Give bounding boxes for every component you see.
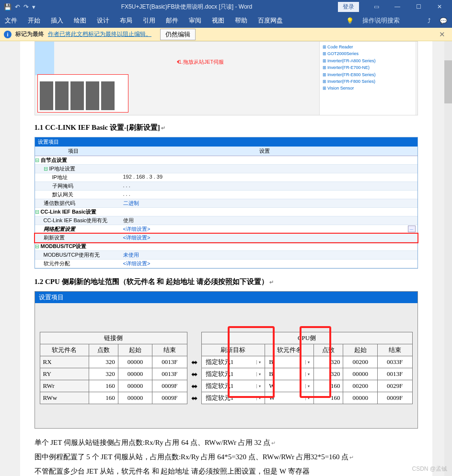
embedded-screenshot-network-config: 1.拖放从站JET伺服 ⊞ Code Reader ⊞ GOT2000Serie… <box>35 41 418 115</box>
dropdown-cell[interactable]: 指定软元1▾ <box>201 380 265 392</box>
undo-icon[interactable]: ↶ <box>15 3 20 11</box>
tab-mailings[interactable]: 邮件 <box>166 16 178 25</box>
dropdown-cell[interactable]: W▾ <box>265 380 314 392</box>
ribbon-display-icon[interactable]: ▭ <box>366 0 387 13</box>
list-item: ⊞ Code Reader <box>323 44 412 50</box>
station-thumbnails <box>37 74 128 113</box>
scrollbar-thumb[interactable] <box>444 60 452 103</box>
minimize-icon[interactable]: — <box>387 0 408 13</box>
page: 1.拖放从站JET伺服 ⊞ Code Reader ⊞ GOT2000Serie… <box>20 41 432 476</box>
list-item: ⊞ Inverter(FR-F800 Series) <box>323 78 412 85</box>
heading-1-1: 1.1 CC-LINK IEF Basic 设置-[刷新设置] <box>35 123 418 132</box>
tab-draw[interactable]: 绘图 <box>74 16 86 25</box>
qat-dropdown-icon[interactable]: ▾ <box>32 3 35 11</box>
cfg1-row: 默认网关. . . <box>35 191 417 199</box>
heading-1-2: 1.2 CPU 侧刷新的地址范围（软元件名 和 起始地址 请必须按照如下设置） <box>35 277 418 286</box>
cfg1-row: 通信数据代码二进制 <box>35 199 417 208</box>
table-row: RY320000000013F⬌指定软元1▾B▾320000000013F <box>40 368 412 380</box>
col-target: 刷新目标 <box>201 344 265 356</box>
document-title: FX5U+JET(Basic)FB块使用说明.docx [只读] - Word <box>35 3 338 11</box>
dropdown-cell[interactable]: 指定软元1▾ <box>201 392 265 404</box>
tab-help[interactable]: 帮助 <box>235 16 247 25</box>
tellme-text[interactable]: 操作说明搜索 <box>362 16 400 25</box>
para-3: 不管配置多少台 JET 从站，软元件名 和 起始地址 请必须按照上图设置，但是 … <box>35 464 418 476</box>
cfg1-row: 软元件分配<详细设置> <box>35 260 417 268</box>
table-row: RWr160000000009F⬌指定软元1▾W▾160002000029F <box>40 380 412 392</box>
list-item: ⊞ Inverter(FR-E800 Series) <box>323 71 412 78</box>
tab-layout[interactable]: 布局 <box>120 16 132 25</box>
quick-access-toolbar: 💾 ↶ ↷ ▾ <box>4 3 35 11</box>
tellme-icon[interactable]: 💡 <box>346 17 354 24</box>
dropdown-cell[interactable]: B▾ <box>265 356 314 368</box>
redo-icon[interactable]: ↷ <box>23 3 29 11</box>
cfg1-row: 刷新设置<详细设置> <box>35 234 417 242</box>
table-row: RX320000000013F⬌指定软元1▾B▾320002000033F <box>40 356 412 368</box>
col-start-r: 起始 <box>343 344 377 356</box>
list-item: ⊞ GOT2000Series <box>323 50 412 57</box>
list-item: ⊞ Vision Sensor <box>323 85 412 91</box>
col-points-r: 点数 <box>314 344 343 356</box>
list-item: ⊞ Inverter(FR-A800 Series) <box>323 57 412 64</box>
group-link-side: 链接侧 <box>40 332 187 344</box>
cfg1-row: ⊟自节点设置 <box>35 156 417 165</box>
col-end-r: 结束 <box>377 344 412 356</box>
maximize-icon[interactable]: ☐ <box>408 0 429 13</box>
tab-baidu[interactable]: 百度网盘 <box>258 16 283 25</box>
share-icon[interactable]: ⤴ <box>428 17 431 24</box>
cfg1-row: IP地址192 . 168 . 3 . 39 <box>35 173 417 182</box>
cfg1-row: 网络配置设置<详细设置> <box>35 225 417 234</box>
cfg1-col-item: 项目 <box>35 147 112 156</box>
cfg1-row: MODBUS/TCP使用有无未使用 <box>35 251 417 260</box>
infobar-close-icon[interactable]: ✕ <box>436 30 448 39</box>
para-1: 单个 JET 伺服从站链接侧占用点数:Rx/Ry 占用 64 点、RWw/RWr… <box>35 435 418 450</box>
refresh-range-table: 链接侧 CPU侧 软元件名 点数 起始 结束 刷新目标 软元件名 点数 起始 结… <box>40 332 413 404</box>
cfg1-row: ⊟IP地址设置 <box>35 165 417 173</box>
cfg1-row: CC-Link IEF Basic使用有无使用 <box>35 216 417 225</box>
col-devname-l: 软元件名 <box>40 344 89 356</box>
col-end-l: 结束 <box>152 344 187 356</box>
module-list-panel: ⊞ Code Reader ⊞ GOT2000Series ⊞ Inverter… <box>319 42 415 115</box>
close-icon[interactable]: ✕ <box>429 0 450 13</box>
list-item: ⊞ Inverter(FR-E700-NE) <box>323 64 412 71</box>
save-icon[interactable]: 💾 <box>4 3 12 11</box>
settings-items-screenshot-1: 设置项目 项目 设置 ⊟自节点设置⊟IP地址设置IP地址192 . 168 . … <box>35 137 418 269</box>
annotation-arrow: 1.拖放从站JET伺服 <box>179 58 224 66</box>
dropdown-cell[interactable]: W▾ <box>265 392 314 404</box>
tab-home[interactable]: 开始 <box>28 16 40 25</box>
tab-insert[interactable]: 插入 <box>51 16 63 25</box>
tab-view[interactable]: 视图 <box>212 16 224 25</box>
tab-file[interactable]: 文件 <box>5 16 17 25</box>
col-start-l: 起始 <box>118 344 152 356</box>
body-paragraphs: 单个 JET 伺服从站链接侧占用点数:Rx/Ry 占用 64 点、RWw/RWr… <box>35 435 418 476</box>
cfg1-col-setting: 设置 <box>112 147 417 156</box>
ribbon-tabs: 文件 开始 插入 绘图 设计 布局 引用 邮件 审阅 视图 帮助 百度网盘 💡 … <box>0 13 452 28</box>
tab-review[interactable]: 审阅 <box>189 16 201 25</box>
table-row: RWw160000000009F⬌指定软元1▾W▾160000000009F <box>40 392 412 404</box>
cfg1-title: 设置项目 <box>35 137 417 147</box>
marked-final-bar: i 标记为最终 作者已将此文档标记为最终以阻止编辑。 仍然编辑 ✕ <box>0 28 452 41</box>
col-devname-r: 软元件名 <box>265 344 314 356</box>
cfg1-row: ⊟MODBUS/TCP设置 <box>35 242 417 251</box>
cfg2-title: 设置项目 <box>35 292 417 303</box>
edit-anyway-button[interactable]: 仍然编辑 <box>160 29 196 40</box>
col-points-l: 点数 <box>89 344 118 356</box>
settings-items-screenshot-2: 设置项目 链接侧 CPU侧 软元件名 点数 起始 结束 刷新目标 软元件名 <box>35 291 418 429</box>
marked-final-link[interactable]: 作者已将此文档标记为最终以阻止编辑。 <box>48 30 151 38</box>
word-titlebar: 💾 ↶ ↷ ▾ FX5U+JET(Basic)FB块使用说明.docx [只读]… <box>0 0 452 13</box>
dropdown-cell[interactable]: B▾ <box>265 368 314 380</box>
csdn-watermark: CSDN @孟铖 <box>412 465 447 473</box>
annotation-text: 1.拖放从站JET伺服 <box>179 59 224 65</box>
marked-final-label: 标记为最终 <box>15 30 44 38</box>
tab-design[interactable]: 设计 <box>97 16 109 25</box>
cfg1-row: ⊟CC-Link IEF Basic设置 <box>35 208 417 216</box>
cfg1-row: 子网掩码. . . <box>35 182 417 191</box>
para-2: 图中例程配置了 5 个 JET 伺服从站，占用点数:Rx/Ry 占用 64*5=… <box>35 450 418 464</box>
dropdown-cell[interactable]: 指定软元1▾ <box>201 368 265 380</box>
tab-references[interactable]: 引用 <box>143 16 155 25</box>
vertical-scrollbar[interactable] <box>444 41 452 476</box>
login-button[interactable]: 登录 <box>338 2 359 12</box>
dropdown-cell[interactable]: 指定软元1▾ <box>201 356 265 368</box>
comments-icon[interactable]: 💬 <box>440 17 447 24</box>
info-icon: i <box>4 31 12 38</box>
document-canvas[interactable]: 1.拖放从站JET伺服 ⊞ Code Reader ⊞ GOT2000Serie… <box>0 41 452 476</box>
